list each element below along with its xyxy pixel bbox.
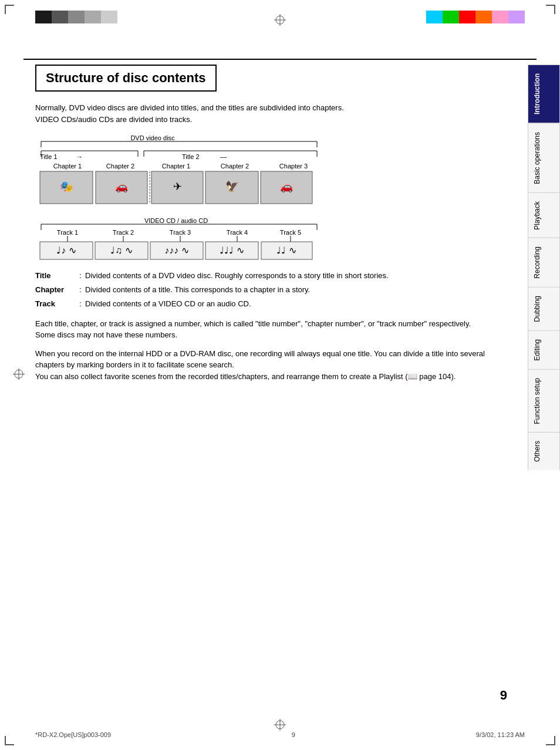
color-block xyxy=(52,11,68,23)
intro-text: Normally, DVD video discs are divided in… xyxy=(35,102,501,125)
def-colon-title: : xyxy=(79,271,85,281)
footer: *RD-X2.Ope[US]p003-009 9 9/3/02, 11:23 A… xyxy=(35,731,525,738)
svg-text:🦅: 🦅 xyxy=(225,180,239,193)
corner-mark-bl xyxy=(5,736,14,745)
svg-text:Chapter 1: Chapter 1 xyxy=(53,163,82,170)
svg-text:Track 3: Track 3 xyxy=(170,229,191,236)
color-block xyxy=(459,11,475,23)
main-content: Structure of disc contents Normally, DVD… xyxy=(35,65,501,715)
svg-text:🚗: 🚗 xyxy=(115,180,129,193)
svg-text:DVD video disc: DVD video disc xyxy=(130,134,175,141)
color-block xyxy=(492,11,508,23)
color-block xyxy=(443,11,459,23)
svg-text:Chapter 2: Chapter 2 xyxy=(106,163,134,170)
svg-text:VIDEO CD / audio CD: VIDEO CD / audio CD xyxy=(144,217,208,224)
intro-line1: Normally, DVD video discs are divided in… xyxy=(35,103,344,112)
svg-text:Track 4: Track 4 xyxy=(227,229,248,236)
color-block xyxy=(35,11,52,23)
svg-text:→: → xyxy=(76,153,83,160)
corner-mark-tl xyxy=(5,5,14,14)
definition-track: Track : Divided contents of a VIDEO CD o… xyxy=(35,299,501,309)
footer-left: *RD-X2.Ope[US]p003-009 xyxy=(35,731,111,738)
footer-center: 9 xyxy=(292,731,295,738)
color-block xyxy=(85,11,101,23)
body-paragraph-1: Each title, chapter, or track is assigne… xyxy=(35,318,501,341)
def-colon-chapter: : xyxy=(79,285,85,295)
color-bar-right xyxy=(426,11,525,23)
page-title: Structure of disc contents xyxy=(46,70,206,86)
dvd-diagram: DVD video disc Title 1 → Title 2 — Chapt… xyxy=(35,134,501,212)
color-block xyxy=(101,11,117,23)
color-block xyxy=(508,11,525,23)
crosshair-bottom xyxy=(274,719,286,732)
corner-mark-tr xyxy=(546,5,555,14)
intro-line2: VIDEO CDs/audio CDs are divided into tra… xyxy=(35,115,192,124)
svg-text:♩♩♩ ∿: ♩♩♩ ∿ xyxy=(220,245,244,255)
color-block xyxy=(68,11,85,23)
svg-text:Track 2: Track 2 xyxy=(113,229,134,236)
definitions: Title : Divided contents of a DVD video … xyxy=(35,271,501,310)
definition-title: Title : Divided contents of a DVD video … xyxy=(35,271,501,281)
sidebar-item-editing[interactable]: Editing xyxy=(528,330,560,369)
def-desc-title: Divided contents of a DVD video disc. Ro… xyxy=(85,271,501,281)
color-block xyxy=(426,11,443,23)
svg-text:Chapter 2: Chapter 2 xyxy=(221,163,249,170)
footer-right: 9/3/02, 11:23 AM xyxy=(476,731,525,738)
sidebar-item-basic-operations[interactable]: Basic operations xyxy=(528,123,560,192)
svg-text:—: — xyxy=(220,153,227,160)
color-block xyxy=(475,11,492,23)
def-term-track: Track xyxy=(35,299,79,309)
svg-text:✈: ✈ xyxy=(173,181,182,192)
def-colon-track: : xyxy=(79,299,85,309)
svg-text:Title 2: Title 2 xyxy=(182,153,200,160)
sidebar-item-others[interactable]: Others xyxy=(528,432,560,470)
svg-text:♪♪♪ ∿: ♪♪♪ ∿ xyxy=(164,245,188,255)
sidebar-item-recording[interactable]: Recording xyxy=(528,238,560,287)
svg-text:Chapter 1: Chapter 1 xyxy=(162,163,190,170)
def-desc-chapter: Divided contents of a title. This corres… xyxy=(85,285,501,295)
crosshair-top xyxy=(274,14,286,28)
title-box: Structure of disc contents xyxy=(35,65,217,92)
crosshair-left xyxy=(13,369,25,382)
svg-text:Chapter 3: Chapter 3 xyxy=(279,163,308,170)
svg-text:♩♪ ∿: ♩♪ ∿ xyxy=(56,245,76,255)
svg-text:🎭: 🎭 xyxy=(60,180,73,193)
color-bar-left xyxy=(35,11,117,23)
sidebar-item-introduction[interactable]: Introduction xyxy=(528,65,560,123)
sidebar-item-function-setup[interactable]: Function setup xyxy=(528,369,560,433)
svg-text:Track 5: Track 5 xyxy=(280,229,301,236)
svg-text:Title 1: Title 1 xyxy=(40,153,58,160)
sidebar-item-playback[interactable]: Playback xyxy=(528,192,560,238)
vcd-diagram: VIDEO CD / audio CD Track 1 Track 2 Trac… xyxy=(35,217,501,266)
page-number: 9 xyxy=(500,688,507,703)
body-paragraph-2: When you record on the internal HDD or a… xyxy=(35,348,501,383)
corner-mark-br xyxy=(546,736,555,745)
def-term-chapter: Chapter xyxy=(35,285,79,295)
top-rule xyxy=(23,59,537,60)
def-term-title: Title xyxy=(35,271,79,281)
svg-text:♩♫ ∿: ♩♫ ∿ xyxy=(110,245,132,255)
def-desc-track: Divided contents of a VIDEO CD or an aud… xyxy=(85,299,501,309)
svg-text:♩♩ ∿: ♩♩ ∿ xyxy=(276,245,296,255)
sidebar: Introduction Basic operations Playback R… xyxy=(528,65,560,470)
svg-text:Track 1: Track 1 xyxy=(57,229,78,236)
definition-chapter: Chapter : Divided contents of a title. T… xyxy=(35,285,501,295)
svg-text:🚗: 🚗 xyxy=(280,180,294,193)
sidebar-item-dubbing[interactable]: Dubbing xyxy=(528,287,560,330)
